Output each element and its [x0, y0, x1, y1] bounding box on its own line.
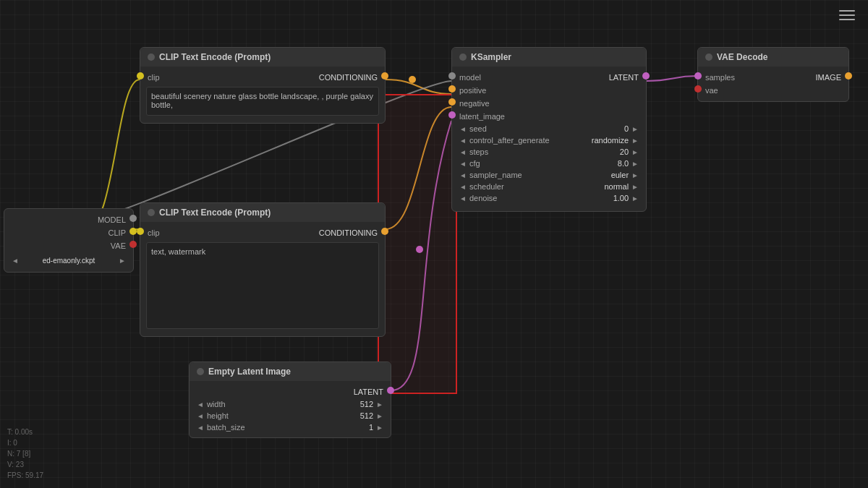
checkpoint-loader-node: MODEL CLIP VAE ◄ ed-emaonly.ckpt ►: [4, 208, 134, 273]
width-prev[interactable]: ◄: [197, 401, 204, 408]
clip-output-socket[interactable]: [129, 228, 137, 235]
svg-point-0: [416, 246, 423, 253]
model-output-socket[interactable]: [129, 215, 137, 222]
vae-decode-vae-socket[interactable]: [694, 85, 702, 93]
denoise-label: denoise: [469, 194, 498, 202]
ksampler-negative-socket[interactable]: [448, 98, 456, 106]
ctrl-value: randomize: [592, 136, 629, 145]
width-next[interactable]: ►: [376, 401, 383, 408]
vae-decode-vae-label: vae: [705, 86, 718, 95]
ksampler-negative-label: negative: [459, 99, 490, 108]
ksampler-latent-socket[interactable]: [448, 111, 456, 119]
menu-line-1: [839, 10, 855, 12]
clip2-input-label: clip: [148, 228, 160, 237]
cfg-next[interactable]: ►: [631, 160, 639, 168]
stat-T: T: 0.00s: [7, 427, 43, 437]
denoise-next[interactable]: ►: [631, 194, 639, 202]
cfg-value: 8.0: [618, 159, 629, 168]
seed-next[interactable]: ►: [631, 125, 639, 133]
ksampler-positive-socket[interactable]: [448, 85, 456, 93]
denoise-value: 1.00: [613, 194, 629, 202]
hamburger-menu[interactable]: [839, 10, 855, 20]
clip-text-encode-1-node: CLIP Text Encode (Prompt) clip CONDITION…: [140, 47, 386, 124]
ksampler-header: KSampler: [452, 48, 646, 67]
height-value: 512: [360, 411, 373, 420]
ksampler-latent-output-label: LATENT: [609, 73, 639, 82]
ksampler-latent-label: latent_image: [459, 112, 505, 121]
vae-decode-image-socket[interactable]: [845, 72, 852, 80]
empty-latent-header: Empty Latent Image: [190, 362, 391, 381]
vae-label: VAE: [111, 241, 126, 250]
height-next[interactable]: ►: [376, 412, 383, 420]
vae-decode-image-label: IMAGE: [816, 73, 841, 82]
scheduler-prev[interactable]: ◄: [459, 183, 467, 191]
ksampler-model-label: model: [459, 73, 481, 82]
clip2-output-label: CONDITIONING: [319, 228, 378, 237]
filename-next-arrow[interactable]: ►: [119, 257, 126, 265]
ksampler-dot: [459, 53, 467, 61]
selection-box: [378, 94, 457, 394]
ksampler-positive-label: positive: [459, 86, 486, 95]
scheduler-value: normal: [604, 182, 629, 191]
batch-next[interactable]: ►: [376, 424, 383, 432]
clip-text-encode-2-dot: [148, 209, 155, 216]
clip-text-encode-1-header: CLIP Text Encode (Prompt): [140, 48, 385, 67]
clip-text-encode-2-node: CLIP Text Encode (Prompt) clip CONDITION…: [140, 202, 386, 337]
width-label: width: [207, 400, 226, 408]
clip2-input-socket[interactable]: [137, 228, 144, 235]
ksampler-title: KSampler: [471, 52, 511, 62]
sampler-prev[interactable]: ◄: [459, 171, 467, 179]
menu-line-3: [839, 19, 855, 20]
ksampler-latent-out-socket[interactable]: [642, 72, 650, 80]
stats-overlay: T: 0.00s I: 0 N: 7 [8] V: 23 FPS: 59.17: [7, 427, 43, 481]
clip1-output-label: CONDITIONING: [319, 73, 378, 82]
height-prev[interactable]: ◄: [197, 412, 204, 420]
menu-line-2: [839, 14, 855, 16]
ctrl-prev[interactable]: ◄: [459, 137, 467, 145]
filename-prev-arrow[interactable]: ◄: [12, 257, 19, 265]
width-value: 512: [360, 400, 373, 408]
model-label: MODEL: [98, 215, 126, 224]
vae-decode-samples-socket[interactable]: [694, 72, 702, 80]
clip1-input-label: clip: [148, 73, 160, 82]
clip2-output-socket[interactable]: [381, 228, 388, 235]
cfg-prev[interactable]: ◄: [459, 160, 467, 168]
clip-text-encode-1-title: CLIP Text Encode (Prompt): [159, 52, 271, 62]
empty-latent-title: Empty Latent Image: [208, 367, 291, 377]
scheduler-label: scheduler: [469, 182, 504, 191]
steps-next[interactable]: ►: [631, 148, 639, 156]
ctrl-label: control_after_generate: [469, 136, 550, 145]
height-label: height: [207, 411, 229, 420]
clip-label: CLIP: [109, 228, 126, 237]
latent-output-socket[interactable]: [387, 387, 394, 394]
latent-output-label: LATENT: [354, 388, 383, 396]
clip-text-encode-2-header: CLIP Text Encode (Prompt): [140, 203, 385, 222]
sampler-next[interactable]: ►: [631, 171, 639, 179]
seed-label: seed: [469, 124, 487, 133]
ksampler-model-socket[interactable]: [448, 72, 456, 80]
vae-decode-header: VAE Decode: [698, 48, 848, 67]
ctrl-next[interactable]: ►: [631, 137, 639, 145]
steps-prev[interactable]: ◄: [459, 148, 467, 156]
cfg-label: cfg: [469, 159, 480, 168]
sampler-label: sampler_name: [469, 171, 522, 179]
scheduler-next[interactable]: ►: [631, 183, 639, 191]
clip1-textarea[interactable]: beautiful scenery nature glass bottle la…: [146, 87, 379, 116]
seed-prev[interactable]: ◄: [459, 125, 467, 133]
ksampler-node: KSampler model LATENT positive negative …: [451, 47, 647, 212]
vae-output-socket[interactable]: [129, 241, 137, 248]
empty-latent-dot: [197, 368, 204, 375]
batch-value: 1: [369, 423, 373, 432]
clip1-output-socket[interactable]: [381, 72, 388, 80]
clip2-textarea[interactable]: text, watermark: [146, 242, 379, 329]
batch-label: batch_size: [207, 423, 245, 432]
vae-decode-samples-label: samples: [705, 73, 735, 82]
vae-decode-dot: [705, 53, 712, 61]
svg-point-1: [409, 76, 416, 83]
clip1-input-socket[interactable]: [137, 72, 144, 80]
batch-prev[interactable]: ◄: [197, 424, 204, 432]
stat-N: N: 7 [8]: [7, 448, 43, 459]
denoise-prev[interactable]: ◄: [459, 194, 467, 202]
empty-latent-node: Empty Latent Image LATENT ◄ width 512 ► …: [189, 361, 391, 438]
vae-decode-node: VAE Decode samples IMAGE vae: [697, 47, 849, 102]
